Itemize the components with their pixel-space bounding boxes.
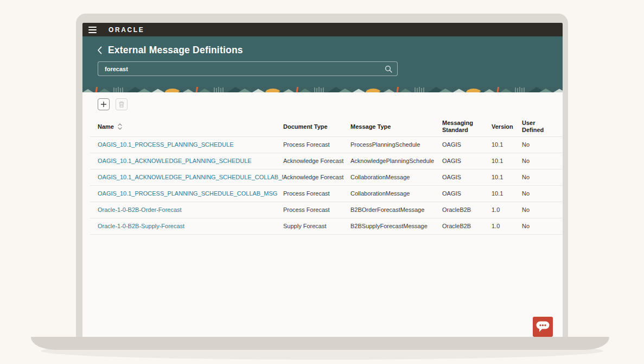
column-header-name[interactable]: Name bbox=[90, 117, 283, 136]
cell-version: 10.1 bbox=[492, 185, 522, 202]
cell-messaging-standard: OAGIS bbox=[442, 185, 492, 202]
oracle-logo[interactable]: ORACLE bbox=[109, 26, 144, 34]
message-definition-link[interactable]: Oracle-1-0-B2B-Order-Forecast bbox=[98, 206, 182, 213]
column-header-messaging-standard: Messaging Standard bbox=[442, 117, 492, 136]
decorative-banner-strip bbox=[82, 87, 563, 92]
page-banner: External Message Definitions bbox=[82, 36, 563, 87]
search-icon bbox=[385, 65, 392, 73]
cell-document-type: Acknowledge Forecast bbox=[283, 153, 350, 169]
table-row[interactable]: OAGIS_10.1_PROCESS_PLANNING_SCHEDULE_COL… bbox=[90, 185, 562, 202]
message-definition-link[interactable]: OAGIS_10.1_PROCESS_PLANNING_SCHEDULE bbox=[98, 141, 234, 148]
search-button[interactable] bbox=[380, 62, 397, 76]
message-definition-link[interactable]: OAGIS_10.1_PROCESS_PLANNING_SCHEDULE_COL… bbox=[98, 190, 277, 197]
back-button[interactable] bbox=[97, 46, 102, 54]
table-body: OAGIS_10.1_PROCESS_PLANNING_SCHEDULE Pro… bbox=[90, 136, 562, 234]
cell-document-type: Process Forecast bbox=[283, 136, 350, 153]
table-row[interactable]: Oracle-1-0-B2B-Supply-Forecast Supply Fo… bbox=[90, 218, 562, 234]
cell-version: 10.1 bbox=[492, 136, 522, 153]
cell-document-type: Process Forecast bbox=[283, 185, 350, 202]
message-definitions-table: Name Document Type Message Type Messagin… bbox=[90, 117, 562, 235]
search-box bbox=[98, 61, 398, 76]
add-button[interactable] bbox=[98, 98, 110, 110]
delete-button[interactable] bbox=[116, 98, 127, 110]
cell-messaging-standard: OracleB2B bbox=[442, 218, 492, 234]
column-header-document-type: Document Type bbox=[283, 117, 350, 136]
cell-version: 10.1 bbox=[492, 169, 522, 185]
cell-user-defined: No bbox=[522, 153, 562, 169]
cell-version: 1.0 bbox=[492, 202, 522, 218]
search-input[interactable] bbox=[98, 62, 380, 76]
cell-message-type: AcknowledgePlanningSchedule bbox=[350, 153, 442, 169]
page-title: External Message Definitions bbox=[108, 45, 243, 56]
message-definition-link[interactable]: OAGIS_10.1_ACKNOWLEDGE_PLANNING_SCHEDULE bbox=[98, 158, 252, 164]
cell-user-defined: No bbox=[522, 202, 562, 218]
cell-user-defined: No bbox=[522, 218, 562, 234]
cell-version: 1.0 bbox=[492, 218, 522, 234]
global-header-bar: ORACLE bbox=[82, 23, 563, 36]
laptop-mockup: ORACLE External Message Definitions bbox=[0, 0, 644, 364]
hamburger-menu-icon[interactable] bbox=[88, 27, 97, 33]
column-label: Name bbox=[98, 123, 114, 130]
app-window: ORACLE External Message Definitions bbox=[82, 23, 563, 337]
laptop-base bbox=[31, 337, 609, 350]
cell-user-defined: No bbox=[522, 169, 562, 185]
chat-button[interactable] bbox=[533, 317, 553, 337]
sort-icon bbox=[118, 123, 122, 130]
message-definition-link[interactable]: Oracle-1-0-B2B-Supply-Forecast bbox=[98, 223, 184, 229]
cell-document-type: Supply Forecast bbox=[283, 218, 350, 234]
chat-bubble-icon bbox=[536, 321, 550, 332]
cell-message-type: B2BSupplyForecastMessage bbox=[350, 218, 442, 234]
chevron-left-icon bbox=[97, 46, 102, 54]
table-row[interactable]: OAGIS_10.1_PROCESS_PLANNING_SCHEDULE Pro… bbox=[90, 136, 562, 153]
cell-messaging-standard: OracleB2B bbox=[442, 202, 492, 218]
cell-user-defined: No bbox=[522, 136, 562, 153]
results-panel: Name Document Type Message Type Messagin… bbox=[82, 92, 563, 337]
cell-document-type: Process Forecast bbox=[283, 202, 350, 218]
table-row[interactable]: OAGIS_10.1_ACKNOWLEDGE_PLANNING_SCHEDULE… bbox=[90, 169, 562, 185]
cell-message-type: CollaborationMessage bbox=[350, 169, 442, 185]
message-definition-link[interactable]: OAGIS_10.1_ACKNOWLEDGE_PLANNING_SCHEDULE… bbox=[98, 174, 283, 180]
table-row[interactable]: OAGIS_10.1_ACKNOWLEDGE_PLANNING_SCHEDULE… bbox=[90, 153, 562, 169]
column-header-message-type: Message Type bbox=[350, 117, 442, 136]
cell-messaging-standard: OAGIS bbox=[442, 169, 492, 185]
table-row[interactable]: Oracle-1-0-B2B-Order-Forecast Process Fo… bbox=[90, 202, 562, 218]
table-header-row: Name Document Type Message Type Messagin… bbox=[90, 117, 562, 136]
cell-message-type: ProcessPlanningSchedule bbox=[350, 136, 442, 153]
plus-icon bbox=[100, 101, 107, 108]
table-toolbar bbox=[98, 98, 127, 110]
trash-icon bbox=[118, 101, 125, 108]
column-header-version: Version bbox=[492, 117, 522, 136]
cell-user-defined: No bbox=[522, 185, 562, 202]
cell-version: 10.1 bbox=[492, 153, 522, 169]
cell-messaging-standard: OAGIS bbox=[442, 153, 492, 169]
cell-document-type: Acknowledge Forecast bbox=[283, 169, 350, 185]
cell-message-type: CollaborationMessage bbox=[350, 185, 442, 202]
cell-messaging-standard: OAGIS bbox=[442, 136, 492, 153]
column-header-user-defined: User Defined bbox=[522, 117, 562, 136]
cell-message-type: B2BOrderForecastMessage bbox=[350, 202, 442, 218]
